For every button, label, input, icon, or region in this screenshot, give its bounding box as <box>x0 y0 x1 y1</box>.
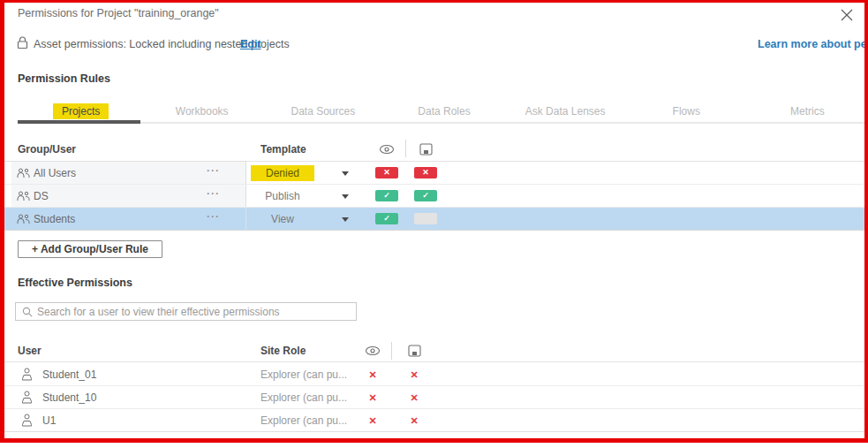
column-group-user: Group/User <box>18 143 76 156</box>
person-icon <box>21 414 33 429</box>
column-template: Template <box>260 143 306 156</box>
dialog-title: Permissions for Project "training_orange… <box>18 7 219 19</box>
tabs-underline <box>18 122 868 124</box>
header-divider <box>405 140 406 157</box>
tab-data-sources-label: Data Sources <box>283 103 365 119</box>
publish-denied-x-icon: ✕ <box>407 414 421 428</box>
person-icon <box>21 391 33 406</box>
search-input[interactable] <box>37 304 351 319</box>
permission-tabs: Projects Workbooks Data Sources Data Rol… <box>20 99 868 120</box>
tab-ask-data-lenses-label: Ask Data Lenses <box>517 103 615 119</box>
view-denied-x-icon: ✕ <box>366 414 380 428</box>
person-icon <box>21 368 33 383</box>
site-role: Explorer (can pu... <box>260 414 347 427</box>
group-icon <box>17 214 30 227</box>
chevron-down-icon[interactable] <box>342 194 349 199</box>
tab-data-roles[interactable]: Data Roles <box>383 99 504 120</box>
user-name: Student_10 <box>42 391 96 404</box>
group-name: DS <box>34 190 49 202</box>
view-capability-badge[interactable]: ✓ <box>375 190 398 201</box>
search-icon <box>22 307 34 318</box>
tab-data-roles-label: Data Roles <box>409 103 479 119</box>
column-user: User <box>18 345 42 357</box>
publish-capability-badge[interactable] <box>414 213 437 224</box>
template-select-value[interactable]: Denied <box>251 165 314 181</box>
view-capability-eye-icon <box>365 345 381 359</box>
tab-flows-label: Flows <box>664 103 709 119</box>
user-search-box <box>15 302 357 321</box>
chevron-down-icon[interactable] <box>342 217 349 222</box>
rules-table-body: All Users ⋯ Denied ✕ ✕ DS ⋯ Publish ✓ <box>0 162 868 231</box>
tab-flows[interactable]: Flows <box>626 99 747 120</box>
permissions-dialog: Permissions for Project "training_orange… <box>0 0 868 448</box>
tab-projects[interactable]: Projects <box>20 99 141 120</box>
view-capability-badge[interactable]: ✕ <box>375 167 398 178</box>
more-options-icon[interactable]: ⋯ <box>200 163 226 178</box>
publish-denied-x-icon: ✕ <box>407 391 421 405</box>
view-denied-x-icon: ✕ <box>366 391 380 405</box>
user-row-student-10[interactable]: Student_10 Explorer (can pu... ✕ ✕ <box>0 386 868 409</box>
add-group-user-rule-button[interactable]: + Add Group/User Rule <box>18 240 162 258</box>
tab-metrics-label: Metrics <box>781 103 834 119</box>
user-name: U1 <box>42 414 56 427</box>
tab-projects-label: Projects <box>53 103 109 119</box>
view-denied-x-icon: ✕ <box>366 368 380 382</box>
tab-workbooks-label: Workbooks <box>167 103 238 119</box>
user-row-student-01[interactable]: Student_01 Explorer (can pu... ✕ ✕ <box>0 363 868 386</box>
site-role: Explorer (can pu... <box>260 391 347 404</box>
tab-metrics[interactable]: Metrics <box>747 99 868 120</box>
tab-data-sources[interactable]: Data Sources <box>262 99 383 120</box>
rule-row-ds[interactable]: DS ⋯ Publish ✓ ✓ <box>0 185 868 208</box>
rules-table-header: Group/User Template <box>0 137 868 162</box>
users-table-header: User Site Role <box>0 339 868 362</box>
template-select-value[interactable]: Publish <box>251 188 314 204</box>
publish-capability-badge[interactable]: ✓ <box>414 190 437 201</box>
edit-link[interactable]: Edit <box>240 38 261 50</box>
publish-capability-icon <box>408 345 421 360</box>
publish-denied-x-icon: ✕ <box>407 368 421 382</box>
add-rule-label: Add Group/User Rule <box>41 243 148 255</box>
permission-rules-heading: Permission Rules <box>18 72 110 85</box>
tab-ask-data-lenses[interactable]: Ask Data Lenses <box>505 99 626 120</box>
view-capability-eye-icon <box>379 144 395 157</box>
active-tab-indicator <box>18 120 140 124</box>
view-capability-badge[interactable]: ✓ <box>375 213 398 224</box>
tab-workbooks[interactable]: Workbooks <box>141 99 262 120</box>
publish-capability-badge[interactable]: ✕ <box>414 167 437 178</box>
user-name: Student_01 <box>42 368 96 381</box>
column-site-role: Site Role <box>260 345 306 357</box>
rule-row-all-users[interactable]: All Users ⋯ Denied ✕ ✕ <box>0 162 868 185</box>
more-options-icon[interactable]: ⋯ <box>200 209 226 224</box>
more-options-icon[interactable]: ⋯ <box>200 186 226 201</box>
publish-capability-icon <box>419 143 433 158</box>
header-divider <box>391 342 392 360</box>
template-select-value[interactable]: View <box>251 211 314 227</box>
group-icon <box>17 191 30 204</box>
chevron-down-icon[interactable] <box>342 171 349 176</box>
rule-row-students[interactable]: Students ⋯ View ✓ <box>0 208 868 231</box>
close-icon[interactable] <box>837 5 857 25</box>
users-table-body: Student_01 Explorer (can pu... ✕ ✕ Stude… <box>0 363 868 432</box>
site-role: Explorer (can pu... <box>260 368 347 381</box>
group-name: Students <box>34 213 75 225</box>
plus-icon: + <box>32 243 38 255</box>
lock-icon <box>17 36 28 52</box>
group-icon <box>17 168 30 181</box>
user-row-u1[interactable]: U1 Explorer (can pu... ✕ ✕ <box>0 409 868 432</box>
learn-more-link[interactable]: Learn more about permissions <box>758 38 868 50</box>
group-name: All Users <box>34 167 76 179</box>
effective-permissions-heading: Effective Permissions <box>18 277 132 289</box>
